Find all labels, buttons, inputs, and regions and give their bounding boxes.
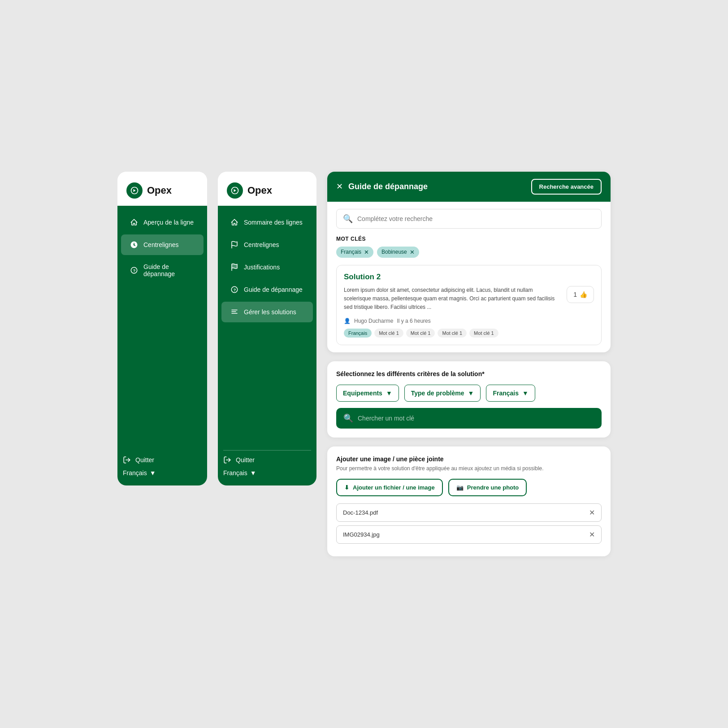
sidebar-item-guide[interactable]: ? Guide de dépannage: [121, 257, 204, 284]
flag-icon: [130, 241, 138, 249]
justifications-icon: [230, 263, 238, 271]
sidebar-item-guide-2[interactable]: ? Guide de dépannage: [221, 279, 313, 300]
sidebar-1: Opex Aperçu de la ligne Centrelignes: [117, 172, 207, 485]
file-name-1: Doc-1234.pdf: [343, 509, 378, 516]
criteria-dropdown-equipements[interactable]: Equipements ▼: [336, 385, 399, 402]
solution-tag-francais: Français: [344, 329, 372, 338]
criteria-title: Sélectionnez les différents critères de …: [336, 370, 602, 377]
solution-tag-4: Mot clé 1: [469, 329, 498, 338]
search-input-row: 🔍: [336, 209, 602, 229]
flag-icon-2: [230, 241, 238, 249]
solution-tag-3: Mot clé 1: [438, 329, 467, 338]
sidebar-item-centrelignes[interactable]: Centrelignes: [121, 234, 204, 255]
file-remove-1[interactable]: ✕: [589, 508, 595, 517]
sidebar-item-guide-label: Guide de dépannage: [143, 263, 195, 277]
search-panel-header-left: ✕ Guide de dépannage: [336, 182, 428, 191]
help-icon-2: ?: [230, 286, 238, 294]
take-photo-button[interactable]: 📷 Prendre une photo: [448, 479, 527, 496]
attachment-panel: Ajouter une image / une pièce jointe Pou…: [327, 446, 611, 556]
sidebar-item-centrelignes-2[interactable]: Centrelignes: [221, 234, 313, 255]
dropdown-chevron-1: ▼: [386, 390, 392, 397]
add-file-button[interactable]: ⬇ Ajouter un fichier / une image: [336, 479, 443, 496]
sidebar-item-centrelignes-2-label: Centrelignes: [244, 241, 279, 248]
home-icon-2: [230, 218, 238, 226]
footer-divider: [223, 450, 311, 451]
file-item-2: IMG02934.jpg ✕: [336, 525, 602, 544]
solution-meta: 👤 Hugo Ducharme Il y a 6 heures: [344, 318, 594, 324]
tag-francais-label: Français: [341, 249, 361, 255]
keywords-tags: Français ✕ Bobineuse ✕: [336, 247, 602, 258]
criteria-panel: Sélectionnez les différents critères de …: [327, 361, 611, 438]
solution-body: Lorem ipsum dolor sit amet, consectetur …: [344, 286, 594, 312]
svg-text:?: ?: [133, 268, 136, 273]
keywords-label: MOT CLÉS: [336, 236, 602, 242]
like-button[interactable]: 1 👍: [567, 286, 594, 303]
close-button[interactable]: ✕: [336, 182, 343, 191]
logo-icon: [126, 182, 143, 199]
solution-tag-1: Mot clé 1: [374, 329, 403, 338]
search-icon: 🔍: [343, 214, 353, 224]
add-file-label: Ajouter un fichier / une image: [353, 484, 435, 491]
tag-bobineuse-close[interactable]: ✕: [410, 249, 415, 256]
search-panel-body: 🔍 MOT CLÉS Français ✕ Bobineuse ✕ Solut: [327, 202, 611, 353]
sidebar-1-nav: Aperçu de la ligne Centrelignes ? Guide …: [117, 206, 207, 485]
criteria-dropdown-equipements-label: Equipements: [343, 390, 382, 397]
sidebar-item-gerer[interactable]: Gérer les solutions: [221, 302, 313, 322]
tag-francais-close[interactable]: ✕: [364, 249, 369, 256]
criteria-search-input[interactable]: [358, 415, 594, 422]
right-panel: ✕ Guide de dépannage Recherche avancée 🔍…: [327, 172, 611, 557]
criteria-search-icon: 🔍: [343, 413, 353, 423]
take-photo-label: Prendre une photo: [467, 484, 519, 491]
sidebar-2: Opex Sommaire des lignes Centrelignes: [218, 172, 316, 485]
svg-rect-13: [231, 313, 238, 314]
sidebar-2-nav: Sommaire des lignes Centrelignes Justifi…: [218, 206, 316, 485]
logo-icon-2: [227, 182, 243, 199]
lang-selector-1[interactable]: Français ▼: [123, 469, 202, 477]
like-icon: 👍: [580, 291, 587, 298]
svg-rect-11: [231, 309, 238, 310]
home-icon: [130, 218, 138, 226]
search-panel-header: ✕ Guide de dépannage Recherche avancée: [327, 172, 611, 202]
app-name-2: Opex: [247, 185, 272, 196]
file-item-1: Doc-1234.pdf ✕: [336, 503, 602, 522]
criteria-dropdown-type[interactable]: Type de problème ▼: [404, 385, 481, 402]
file-name-2: IMG02934.jpg: [343, 531, 380, 538]
download-icon: ⬇: [344, 484, 349, 491]
tag-bobineuse-label: Bobineuse: [381, 249, 407, 255]
sidebar-item-justifications[interactable]: Justifications: [221, 257, 313, 277]
solution-time: Il y a 6 heures: [397, 318, 430, 324]
logo-area-2: Opex: [218, 172, 316, 206]
sidebar-item-apercu[interactable]: Aperçu de la ligne: [121, 212, 204, 233]
lang-selector-2[interactable]: Français ▼: [223, 469, 311, 477]
sidebar-item-sommaire[interactable]: Sommaire des lignes: [221, 212, 313, 233]
sidebar-item-centrelignes-label: Centrelignes: [143, 241, 179, 248]
sidebar-item-guide-2-label: Guide de dépannage: [244, 286, 303, 293]
criteria-dropdown-lang[interactable]: Français ▼: [486, 385, 535, 402]
chevron-down-icon-2: ▼: [250, 469, 256, 477]
dropdown-chevron-3: ▼: [522, 390, 529, 397]
camera-icon: 📷: [456, 484, 464, 491]
quit-icon: [123, 456, 131, 464]
lang-label-2: Français: [223, 469, 247, 477]
advanced-search-button[interactable]: Recherche avancée: [531, 179, 602, 195]
sidebar-item-gerer-label: Gérer les solutions: [244, 308, 296, 316]
quit-button-2[interactable]: Quitter: [223, 456, 311, 464]
quit-button-1[interactable]: Quitter: [123, 456, 202, 464]
logo-area: Opex: [117, 172, 207, 206]
quit-label-2: Quitter: [236, 456, 255, 464]
solution-text: Lorem ipsum dolor sit amet, consectetur …: [344, 286, 559, 312]
search-input[interactable]: [357, 215, 595, 222]
sidebar-item-justifications-label: Justifications: [244, 264, 280, 271]
sidebar-item-sommaire-label: Sommaire des lignes: [244, 219, 303, 226]
search-panel-title: Guide de dépannage: [348, 182, 428, 191]
quit-label-1: Quitter: [135, 456, 154, 464]
quit-icon-2: [223, 456, 231, 464]
page-container: Opex Aperçu de la ligne Centrelignes: [117, 172, 611, 557]
svg-point-2: [134, 244, 135, 245]
file-remove-2[interactable]: ✕: [589, 530, 595, 539]
tag-francais: Français ✕: [336, 247, 373, 258]
solution-author: Hugo Ducharme: [354, 318, 393, 324]
svg-rect-12: [231, 311, 236, 312]
like-count: 1: [573, 291, 577, 298]
criteria-dropdown-lang-label: Français: [493, 390, 519, 397]
